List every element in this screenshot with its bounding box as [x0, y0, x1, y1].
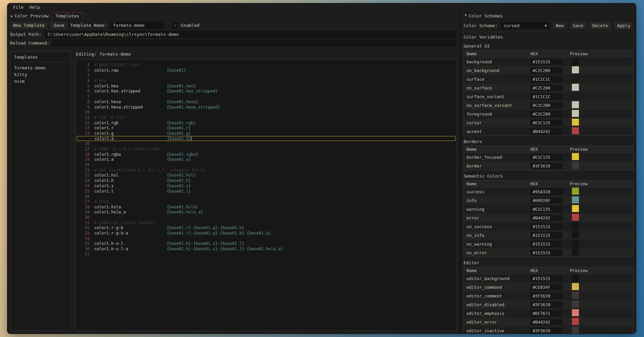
color-swatch[interactable] [572, 84, 579, 91]
code-line-6[interactable]: 6color1.hex.stripped{base01.hex_stripped… [76, 88, 456, 94]
code-line-14[interactable]: 14color1.g{base01.g} [76, 131, 456, 136]
color-swatch[interactable] [572, 222, 579, 229]
tab-color-preview[interactable]: Color Preview [14, 13, 51, 20]
code-line-13[interactable]: 13color1.r{base01.r} [76, 125, 456, 131]
hex-value-input[interactable]: #B44242 [530, 128, 562, 135]
color-swatch[interactable] [572, 274, 579, 281]
hex-value-input[interactable]: #C2C2B0 [530, 111, 562, 117]
color-swatch[interactable] [572, 196, 579, 203]
template-list-item-nvim[interactable]: nvim [14, 78, 67, 85]
color-swatch[interactable] [572, 101, 579, 108]
color-swatch[interactable] [572, 327, 579, 334]
code-line-24[interactable]: 24color1.s{base01.s} [76, 183, 456, 189]
hex-value-input[interactable]: #60928F [530, 197, 562, 204]
color-swatch[interactable] [572, 153, 579, 160]
color-swatch[interactable] [572, 283, 579, 290]
template-code-editor[interactable]: 1# BASE COLORS (raw)2color1.raw{base01}3… [75, 59, 457, 331]
hex-value-input[interactable]: #151515 [530, 223, 562, 230]
hex-value-input[interactable]: #3F3639 [530, 301, 562, 308]
code-line-26[interactable]: 26 [76, 194, 456, 199]
code-line-15[interactable]: 15color1.b{base01.b} [77, 136, 455, 141]
scheme-new-button[interactable]: New [553, 22, 567, 29]
code-line-29[interactable]: 29color1.hsla_a{base01.hsla_a} [76, 209, 456, 215]
code-line-9[interactable]: 9color1.hexa.stripped{base01.hexa_stripp… [76, 105, 456, 110]
tab-templates[interactable]: Templates [51, 12, 83, 20]
color-swatch[interactable] [572, 318, 579, 325]
hex-value-input[interactable]: #151515 [530, 250, 562, 256]
code-line-8[interactable]: 8color1.hexa{base01.hexa} [76, 99, 456, 105]
code-line-16[interactable]: 16 [76, 141, 456, 146]
menu-item-help[interactable]: Help [26, 4, 43, 10]
color-swatch[interactable] [572, 92, 579, 99]
hex-value-input[interactable]: #3F3639 [530, 293, 562, 299]
color-swatch[interactable] [572, 188, 579, 195]
code-line-4[interactable]: 4# HEX [76, 78, 456, 83]
code-line-27[interactable]: 27# HSLA [76, 199, 456, 204]
code-line-30[interactable]: 30 [76, 215, 456, 220]
color-swatch[interactable] [572, 205, 579, 212]
hex-value-input[interactable]: #3F3639 [530, 163, 562, 169]
menu-item-file[interactable]: File [10, 4, 26, 10]
hex-value-input[interactable]: #E1C135 [530, 206, 562, 212]
hex-value-input[interactable]: #3F3639 [530, 328, 562, 334]
color-swatch[interactable] [572, 66, 579, 73]
collapse-arrow-icon[interactable]: ▼ [464, 13, 469, 18]
collapse-arrow-icon[interactable]: ▼ [9, 15, 14, 20]
code-line-17[interactable]: 17# RGBA (A = 0-1 normalized) [76, 146, 456, 152]
color-swatch[interactable] [572, 110, 579, 117]
color-scheme-dropdown[interactable]: cursed ▼ [501, 22, 550, 29]
color-swatch[interactable] [572, 75, 579, 82]
code-line-20[interactable]: 20 [76, 162, 456, 167]
code-line-12[interactable]: 12color1.rgb{base01.rgb} [76, 120, 456, 126]
hex-value-input[interactable]: #1C1C1C [530, 93, 562, 100]
code-line-25[interactable]: 25color1.l{base01.l} [76, 189, 456, 194]
code-line-5[interactable]: 5color1.hex{base01.hex} [76, 83, 456, 89]
code-line-36[interactable]: 36color1.h-s-l-a{base01.h}-{base01.s}-{b… [76, 246, 456, 252]
code-line-18[interactable]: 18color1.rgba{base01.rgba} [76, 152, 456, 157]
hex-value-input[interactable]: #E1C135 [530, 120, 562, 126]
save-template-button[interactable]: Save [51, 22, 67, 29]
hex-value-input[interactable]: #C2C2B0 [530, 85, 562, 91]
code-line-28[interactable]: 28color1.hsla{base01.hsla} [76, 204, 456, 210]
hex-value-input[interactable]: #DC7671 [530, 310, 562, 317]
output-path-input[interactable] [45, 31, 457, 38]
color-swatch[interactable] [572, 309, 579, 316]
color-swatch[interactable] [572, 162, 579, 169]
hex-value-input[interactable]: #B44242 [530, 319, 562, 325]
code-line-31[interactable]: 31# Combined custom formats [76, 220, 456, 225]
color-swatch[interactable] [572, 58, 579, 65]
code-line-3[interactable]: 3 [76, 73, 456, 78]
color-swatch[interactable] [572, 249, 579, 256]
hex-value-input[interactable]: #C2C2B0 [530, 67, 562, 74]
template-list-item-kitty[interactable]: kitty [14, 71, 67, 78]
color-swatch[interactable] [572, 127, 579, 134]
code-line-19[interactable]: 19color1.a{base01.a} [76, 157, 456, 162]
enabled-checkbox[interactable]: ✔ [172, 22, 178, 28]
color-swatch[interactable] [572, 292, 579, 299]
code-line-1[interactable]: 1# BASE COLORS (raw) [76, 62, 456, 68]
code-line-33[interactable]: 33color1.r-g-b-a{base01.r}-{base01.g}-{b… [76, 230, 456, 236]
hex-value-input[interactable]: #CEB34F [530, 284, 562, 290]
reload-command-input[interactable] [52, 40, 457, 47]
hex-value-input[interactable]: #151515 [530, 232, 562, 239]
hex-value-input[interactable]: #1C1C1C [530, 76, 562, 82]
code-line-22[interactable]: 22color1.hsl{base01.hsl} [76, 173, 456, 178]
hex-value-input[interactable]: #E1C135 [530, 154, 562, 160]
hex-value-input[interactable]: #151515 [530, 59, 562, 65]
hex-value-input[interactable]: #C2C2B0 [530, 102, 562, 109]
scheme-delete-button[interactable]: Delete [589, 22, 611, 29]
color-swatch[interactable] [572, 119, 579, 126]
code-line-2[interactable]: 2color1.raw{base01} [76, 68, 456, 73]
color-swatch[interactable] [572, 240, 579, 247]
code-line-34[interactable]: 34 [76, 236, 456, 241]
code-line-21[interactable]: 21# HSL (normalized 0-1 for s,l, integer… [76, 167, 456, 173]
scheme-apply-button[interactable]: Apply [614, 22, 633, 29]
color-swatch[interactable] [572, 214, 579, 221]
color-swatch[interactable] [572, 231, 579, 238]
code-line-37[interactable]: 37 [76, 252, 456, 257]
code-line-23[interactable]: 23color1.h{base01.h} [76, 178, 456, 183]
hex-value-input[interactable]: #151515 [530, 275, 562, 282]
code-line-35[interactable]: 35color1.h-s-l{base01.h}-{base01.s}-{bas… [76, 241, 456, 246]
template-name-input[interactable] [110, 22, 164, 29]
code-line-7[interactable]: 7 [76, 94, 456, 99]
